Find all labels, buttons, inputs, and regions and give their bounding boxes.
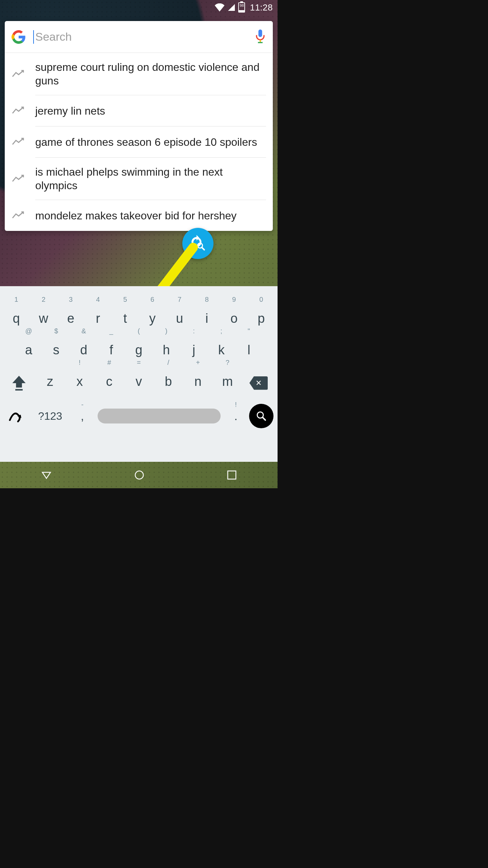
swipe-icon (8, 409, 25, 423)
svg-line-4 (202, 247, 204, 250)
trending-suggestion[interactable]: game of thrones season 6 episode 10 spoi… (5, 126, 273, 157)
key-z[interactable]: z (35, 368, 65, 398)
symbols-key[interactable]: ?123 (30, 410, 70, 422)
svg-line-10 (263, 417, 265, 420)
google-logo-icon (12, 30, 26, 44)
google-search-card: supreme court ruling on domestic violenc… (5, 21, 273, 231)
trending-suggestion[interactable]: is michael phelps swimming in the next o… (5, 157, 273, 200)
trending-icon (12, 70, 26, 78)
search-bar[interactable] (5, 21, 273, 53)
backspace-key[interactable]: ✕ (242, 376, 275, 390)
svg-point-11 (135, 471, 143, 479)
key-n[interactable]: +n (183, 368, 212, 398)
search-icon (255, 410, 267, 422)
trending-suggestion[interactable]: jeremy lin nets (5, 95, 273, 126)
key-x[interactable]: !x (65, 368, 94, 398)
suggestion-text: supreme court ruling on domestic violenc… (35, 53, 266, 95)
home-button[interactable] (133, 469, 145, 481)
space-key[interactable] (98, 409, 221, 423)
trending-icon (12, 138, 26, 146)
svg-rect-12 (228, 471, 236, 479)
refresh-search-fab[interactable] (182, 228, 214, 259)
key-v[interactable]: =v (124, 368, 154, 398)
battery-icon: 98 (238, 2, 245, 13)
trending-icon (12, 106, 26, 115)
swipe-input-key[interactable] (3, 409, 30, 423)
key-c[interactable]: #c (95, 368, 124, 398)
trending-suggestions: supreme court ruling on domestic violenc… (5, 53, 273, 231)
shift-key[interactable] (3, 375, 35, 391)
keyboard-row-3: z!x#c=v/b+n?m ✕ (0, 368, 278, 398)
period-key[interactable]: ! . (224, 410, 248, 423)
key-b[interactable]: /b (154, 368, 183, 398)
trending-icon (12, 211, 26, 219)
comma-key[interactable]: - , (70, 410, 94, 423)
back-button[interactable] (40, 469, 53, 481)
suggestion-text: jeremy lin nets (35, 97, 266, 125)
keyboard-row-4: ?123 - , ! . (0, 400, 278, 428)
svg-rect-0 (259, 29, 262, 37)
svg-rect-8 (15, 389, 23, 390)
suggestion-text: is michael phelps swimming in the next o… (35, 158, 266, 200)
soft-keyboard: 1q2w3e4r5t6y7u8i9o0p @a$s&d_f(g)h:j;k"l … (0, 286, 278, 462)
trending-suggestion[interactable]: mondelez makes takeover bid for hershey (5, 200, 273, 231)
search-action-key[interactable] (248, 404, 275, 428)
suggestion-text: mondelez makes takeover bid for hershey (35, 201, 266, 230)
suggestion-text: game of thrones season 6 episode 10 spoi… (35, 128, 266, 156)
trending-icon (12, 175, 26, 183)
status-bar: 98 11:28 (0, 0, 278, 15)
key-m[interactable]: ?m (213, 368, 242, 398)
cell-signal-icon (227, 3, 236, 12)
text-cursor (33, 30, 34, 44)
battery-level: 98 (240, 3, 244, 8)
shift-icon (12, 375, 26, 391)
system-nav-bar (0, 462, 278, 488)
trending-suggestion[interactable]: supreme court ruling on domestic violenc… (5, 53, 273, 95)
search-input[interactable] (35, 30, 255, 43)
voice-search-icon[interactable] (255, 29, 266, 44)
clock: 11:28 (250, 2, 273, 13)
refresh-search-icon (189, 235, 206, 252)
wifi-icon (215, 3, 225, 12)
backspace-icon: ✕ (249, 376, 268, 390)
recents-button[interactable] (226, 470, 237, 480)
key-a[interactable]: @a (15, 337, 42, 366)
